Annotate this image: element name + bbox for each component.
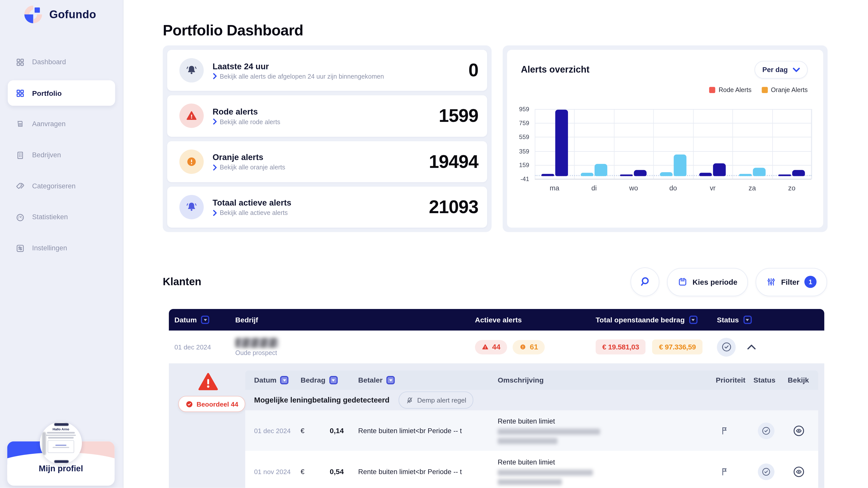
alert-status-check-button[interactable] — [758, 422, 774, 439]
subcol-bedrag: Bedrag — [301, 376, 325, 384]
brand-logo[interactable]: Gofundo — [23, 5, 96, 25]
sidebar-item-statistieken[interactable]: Statistieken — [8, 206, 115, 228]
klanten-table: Datum Bedrijf Actieve alerts Total opens… — [169, 309, 824, 488]
sidebar-item-aanvragen[interactable]: Aanvragen — [8, 113, 115, 135]
x-axis-tick: di — [574, 184, 614, 192]
gauge-icon — [16, 212, 25, 222]
avatar-decoration — [54, 460, 69, 463]
sort-sub-datum-button[interactable] — [280, 376, 289, 384]
period-selector-value: Per dag — [762, 66, 787, 74]
y-axis-tick: 959 — [519, 106, 529, 112]
redacted-text — [498, 428, 600, 434]
alert-row: 01 dec 2024 € 0,14 Rente buiten limiet<b… — [245, 410, 818, 451]
sidebar-item-portfolio[interactable]: Portfolio — [8, 81, 115, 106]
sidebar-item-bedrijven[interactable]: Bedrijven — [8, 144, 115, 166]
sidebar-item-label: Bedrijven — [32, 151, 61, 159]
period-selector[interactable]: Per dag — [754, 61, 808, 79]
receipt-icon — [16, 119, 25, 129]
status-check-button[interactable] — [717, 338, 736, 356]
flag-button[interactable] — [720, 466, 730, 477]
sidebar-item-instellingen[interactable]: Instellingen — [8, 237, 115, 259]
filter-button[interactable]: Filter 1 — [755, 268, 827, 296]
alerts-overview-panel: Alerts overzicht Per dag Rode Alerts Ora… — [503, 45, 828, 232]
subcol-status: Status — [753, 376, 775, 384]
col-actieve-alerts: Actieve alerts — [475, 315, 522, 324]
redacted-text — [498, 469, 593, 475]
table-row: 01 dec 2024 Oude prospect 44 61 — [169, 331, 824, 364]
alert-betaler: Rente buiten limiet<br Periode -- t — [358, 468, 498, 476]
profile-card-label: Mijn profiel — [7, 463, 115, 473]
warning-triangle-icon — [180, 104, 204, 128]
bar-vr-grote — [713, 163, 726, 176]
oranje-alerts-badge: 61 — [513, 340, 545, 354]
redacted-text — [498, 438, 558, 444]
card-value: 0 — [468, 60, 478, 81]
alert-status-check-button[interactable] — [758, 463, 774, 480]
bell-icon — [180, 195, 204, 219]
avatar-text-line — [46, 434, 76, 436]
building-icon — [16, 150, 25, 160]
chart-legend: Rode Alerts Oranje Alerts — [709, 87, 808, 93]
sort-sub-bedrag-button[interactable] — [329, 376, 338, 384]
chevron-down-icon — [793, 67, 800, 72]
bar-za-grote — [753, 168, 765, 176]
avatar-text-line — [48, 437, 74, 438]
card-title: Totaal actieve alerts — [213, 198, 291, 207]
flag-button[interactable] — [720, 425, 730, 436]
card-value: 21093 — [429, 196, 478, 217]
sort-datum-button[interactable] — [201, 315, 210, 324]
beoordeel-button[interactable]: Beoordeel 44 — [178, 396, 245, 412]
card-totaal-actieve-alerts: Totaal actieve alerts Bekijk alle actiev… — [167, 187, 487, 228]
chart-x-axis: madiwodovrzazo — [535, 184, 812, 193]
filter-count-badge: 1 — [804, 276, 816, 288]
demp-alert-regel-button[interactable]: Demp alert regel — [398, 391, 473, 408]
x-axis-tick: wo — [614, 184, 653, 192]
sidebar-item-categoriseren[interactable]: Categoriseren — [8, 175, 115, 197]
collapse-row-button[interactable] — [747, 344, 756, 350]
company-type: Oude prospect — [235, 349, 475, 356]
exclamation-circle-icon — [519, 343, 526, 350]
x-axis-tick: vr — [693, 184, 732, 192]
main-content: Portfolio Dashboard Laatste 24 uur Bekij… — [123, 0, 868, 488]
alert-datum: 01 nov 2024 — [254, 468, 301, 476]
chevron-right-icon — [213, 73, 217, 79]
calendar-icon — [678, 277, 687, 287]
bekijk-button[interactable] — [792, 465, 806, 478]
search-button[interactable] — [630, 268, 659, 296]
subcol-betaler: Betaler — [358, 376, 383, 384]
bar-ma-grote — [555, 110, 568, 176]
avatar-text-line — [47, 432, 75, 433]
check-circle-icon — [761, 466, 771, 476]
avatar-greeting: Hallo Arno — [53, 428, 69, 431]
portfolio-dashboard-app: Gofundo Dashboard Portfolio Aanvragen Be… — [0, 0, 868, 488]
sort-sub-betaler-button[interactable] — [386, 376, 395, 384]
sort-status-button[interactable] — [743, 315, 752, 324]
chevron-right-icon — [213, 164, 217, 171]
legend-swatch — [762, 87, 768, 93]
col-status: Status — [717, 315, 739, 324]
card-link[interactable]: Bekijk alle oranje alerts — [213, 164, 285, 171]
legend-swatch — [709, 87, 715, 93]
kies-periode-button[interactable]: Kies periode — [667, 268, 748, 296]
card-link[interactable]: Bekijk alle rode alerts — [213, 118, 280, 125]
subcol-omschrijving: Omschrijving — [498, 376, 544, 384]
y-axis-tick: 559 — [519, 134, 529, 140]
sidebar-item-label: Statistieken — [32, 213, 68, 221]
bekijk-button[interactable] — [792, 424, 806, 437]
x-axis-tick: zo — [772, 184, 811, 192]
bar-chart — [535, 109, 812, 179]
profile-avatar[interactable]: Hallo Arno — [40, 422, 82, 464]
alerts-subtable: Datum Bedrag Betaler Omschrijving Priori… — [245, 370, 818, 488]
table-header: Datum Bedrijf Actieve alerts Total opens… — [169, 309, 824, 331]
card-link[interactable]: Bekijk alle actieve alerts — [213, 210, 291, 216]
card-link[interactable]: Bekijk alle alerts die afgelopen 24 uur … — [213, 73, 384, 80]
alert-row: 01 nov 2024 € 0,54 Rente buiten limiet<b… — [245, 451, 818, 488]
avatar-upload-box — [48, 440, 74, 453]
klanten-heading: Klanten — [163, 276, 202, 288]
sidebar-item-dashboard[interactable]: Dashboard — [8, 51, 115, 73]
sidebar-nav: Dashboard Portfolio Aanvragen Bedrijven … — [0, 51, 123, 268]
row-bedrijf: Oude prospect — [235, 338, 475, 356]
grid-icon — [16, 57, 25, 67]
grid-icon — [16, 88, 25, 98]
sort-bedrag-button[interactable] — [689, 315, 698, 324]
